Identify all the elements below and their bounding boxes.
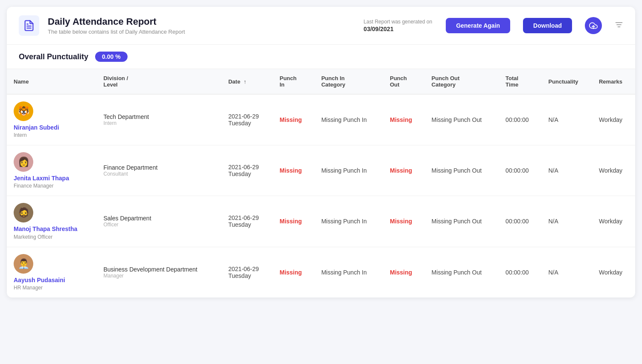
employee-role: Marketing Officer — [14, 234, 90, 240]
name-cell: 🧔Manoj Thapa ShresthaMarketing Officer — [7, 196, 96, 247]
punch-out-category-cell: Missing Punch Out — [425, 145, 499, 196]
employee-name[interactable]: Manoj Thapa Shrestha — [14, 225, 90, 233]
generate-again-button[interactable]: Generate Again — [446, 18, 510, 33]
table-row: 👨‍💼Aayush PudasainiHR ManagerBusiness De… — [7, 247, 635, 298]
avatar: 👩 — [14, 152, 33, 172]
avatar: 👨‍💼 — [14, 254, 33, 274]
last-report-label: Last Report was generated on — [363, 19, 432, 25]
punch-in-cell: Missing — [273, 196, 315, 247]
punctuality-cell: N/A — [542, 94, 592, 145]
punch-out-category-cell: Missing Punch Out — [425, 196, 499, 247]
last-report-meta: Last Report was generated on 03/09/2021 — [363, 19, 432, 32]
date-cell: 2021-06-29Tuesday — [221, 94, 273, 145]
name-cell: 👩Jenita Laxmi ThapaFinance Manager — [7, 145, 96, 196]
punch-out-category-cell: Missing Punch Out — [425, 247, 499, 298]
remarks-cell: Workday — [592, 145, 635, 196]
total-time-cell: 00:00:00 — [499, 196, 541, 247]
overall-punctuality-label: Overall Punctuality — [19, 52, 88, 61]
page-subtitle: The table below contains list of Daily A… — [48, 29, 355, 35]
table-row: 🧔Manoj Thapa ShresthaMarketing OfficerSa… — [7, 196, 635, 247]
download-button[interactable]: Download — [523, 18, 572, 33]
col-punch-out: PunchOut — [383, 69, 425, 94]
remarks-cell: Workday — [592, 196, 635, 247]
punch-in-category-cell: Missing Punch In — [314, 145, 383, 196]
employee-name[interactable]: Niranjan Subedi — [14, 124, 90, 131]
header-text-block: Daily Attendance Report The table below … — [48, 16, 355, 35]
col-punctuality: Punctuality — [542, 69, 592, 94]
punch-out-cell: Missing — [383, 247, 425, 298]
sort-arrow-icon: ↑ — [244, 78, 247, 85]
overall-punctuality-bar: Overall Punctuality 0.00 % — [7, 45, 635, 69]
punch-out-cell: Missing — [383, 145, 425, 196]
punch-in-category-cell: Missing Punch In — [314, 94, 383, 145]
report-icon — [19, 15, 39, 36]
col-punch-in: PunchIn — [273, 69, 315, 94]
total-time-cell: 00:00:00 — [499, 94, 541, 145]
col-punch-out-category: Punch OutCategory — [425, 69, 499, 94]
employee-role: HR Manager — [14, 285, 90, 291]
punch-in-category-cell: Missing Punch In — [314, 196, 383, 247]
main-container: Daily Attendance Report The table below … — [7, 7, 635, 298]
col-remarks: Remarks — [592, 69, 635, 94]
punch-out-category-cell: Missing Punch Out — [425, 94, 499, 145]
employee-name[interactable]: Aayush Pudasaini — [14, 276, 90, 284]
punch-in-cell: Missing — [273, 247, 315, 298]
table-header-row: Name Division /Level Date ↑ PunchIn Punc… — [7, 69, 635, 94]
punctuality-badge: 0.00 % — [95, 52, 128, 62]
page-title: Daily Attendance Report — [48, 16, 355, 27]
punch-in-cell: Missing — [273, 145, 315, 196]
total-time-cell: 00:00:00 — [499, 247, 541, 298]
last-report-date: 03/09/2021 — [363, 26, 393, 32]
remarks-cell: Workday — [592, 247, 635, 298]
attendance-table-wrapper: Name Division /Level Date ↑ PunchIn Punc… — [7, 69, 635, 298]
avatar: 🐯 — [14, 101, 33, 121]
col-punch-in-category: Punch InCategory — [314, 69, 383, 94]
punch-in-cell: Missing — [273, 94, 315, 145]
attendance-table: Name Division /Level Date ↑ PunchIn Punc… — [7, 69, 635, 298]
table-row: 🐯Niranjan SubediInternTech DepartmentInt… — [7, 94, 635, 145]
col-division: Division /Level — [96, 69, 221, 94]
punch-out-cell: Missing — [383, 94, 425, 145]
punch-in-category-cell: Missing Punch In — [314, 247, 383, 298]
punctuality-cell: N/A — [542, 196, 592, 247]
date-cell: 2021-06-29Tuesday — [221, 196, 273, 247]
punctuality-cell: N/A — [542, 247, 592, 298]
date-cell: 2021-06-29Tuesday — [221, 145, 273, 196]
employee-role: Intern — [14, 132, 90, 138]
employee-role: Finance Manager — [14, 183, 90, 189]
col-date[interactable]: Date ↑ — [221, 69, 273, 94]
division-cell: Business Development DepartmentManager — [96, 247, 221, 298]
name-cell: 🐯Niranjan SubediIntern — [7, 94, 96, 145]
avatar: 🧔 — [14, 203, 33, 222]
division-cell: Finance DepartmentConsultant — [96, 145, 221, 196]
division-cell: Sales DepartmentOfficer — [96, 196, 221, 247]
col-name: Name — [7, 69, 96, 94]
filter-icon[interactable] — [615, 20, 623, 31]
employee-name[interactable]: Jenita Laxmi Thapa — [14, 174, 90, 182]
page-header: Daily Attendance Report The table below … — [7, 7, 635, 45]
punch-out-cell: Missing — [383, 196, 425, 247]
col-total-time: TotalTime — [499, 69, 541, 94]
total-time-cell: 00:00:00 — [499, 145, 541, 196]
division-cell: Tech DepartmentIntern — [96, 94, 221, 145]
cloud-sync-icon[interactable] — [585, 17, 602, 34]
name-cell: 👨‍💼Aayush PudasainiHR Manager — [7, 247, 96, 298]
remarks-cell: Workday — [592, 94, 635, 145]
date-cell: 2021-06-29Tuesday — [221, 247, 273, 298]
table-row: 👩Jenita Laxmi ThapaFinance ManagerFinanc… — [7, 145, 635, 196]
punctuality-cell: N/A — [542, 145, 592, 196]
